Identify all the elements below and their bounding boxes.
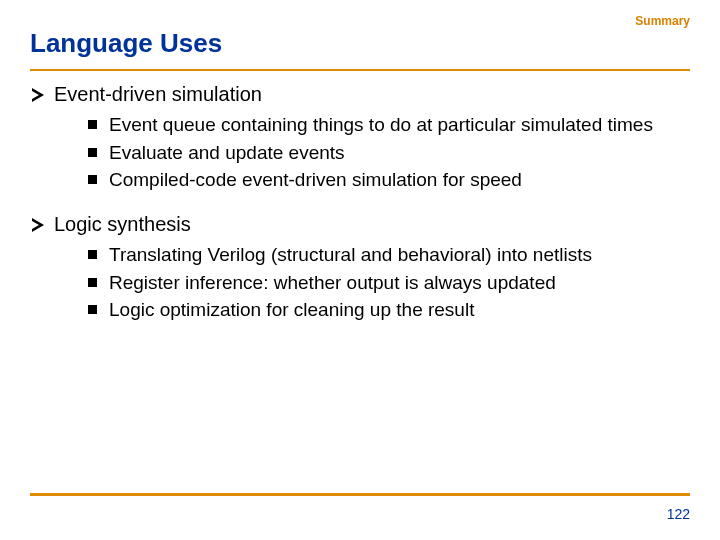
section-label: Summary xyxy=(635,14,690,28)
footer-rule xyxy=(30,493,690,496)
slide-title: Language Uses xyxy=(30,28,690,59)
title-rule xyxy=(30,69,690,71)
list-item: Compiled-code event-driven simulation fo… xyxy=(88,167,690,193)
list-item-text: Logic optimization for cleaning up the r… xyxy=(109,297,474,323)
square-bullet-icon xyxy=(88,278,97,287)
list-item: Translating Verilog (structural and beha… xyxy=(88,242,690,268)
list-item: Logic optimization for cleaning up the r… xyxy=(88,297,690,323)
list-item-text: Register inference: whether output is al… xyxy=(109,270,556,296)
topic-heading: Event-driven simulation xyxy=(32,83,690,106)
arrow-bullet-icon xyxy=(32,88,44,102)
topic-heading-text: Event-driven simulation xyxy=(54,83,262,106)
list-item: Register inference: whether output is al… xyxy=(88,270,690,296)
list-item-text: Compiled-code event-driven simulation fo… xyxy=(109,167,522,193)
list-item: Event queue containing things to do at p… xyxy=(88,112,690,138)
content-area: Event-driven simulation Event queue cont… xyxy=(30,83,690,323)
arrow-bullet-icon xyxy=(32,218,44,232)
list-item: Evaluate and update events xyxy=(88,140,690,166)
page-number: 122 xyxy=(667,506,690,522)
slide: Summary Language Uses Event-driven simul… xyxy=(0,0,720,540)
square-bullet-icon xyxy=(88,305,97,314)
topic-heading-text: Logic synthesis xyxy=(54,213,191,236)
list-item-text: Event queue containing things to do at p… xyxy=(109,112,653,138)
square-bullet-icon xyxy=(88,148,97,157)
topic-heading: Logic synthesis xyxy=(32,213,690,236)
list-item-text: Translating Verilog (structural and beha… xyxy=(109,242,592,268)
square-bullet-icon xyxy=(88,250,97,259)
square-bullet-icon xyxy=(88,175,97,184)
list-item-text: Evaluate and update events xyxy=(109,140,345,166)
topic-sublist: Event queue containing things to do at p… xyxy=(88,112,690,193)
square-bullet-icon xyxy=(88,120,97,129)
topic-sublist: Translating Verilog (structural and beha… xyxy=(88,242,690,323)
